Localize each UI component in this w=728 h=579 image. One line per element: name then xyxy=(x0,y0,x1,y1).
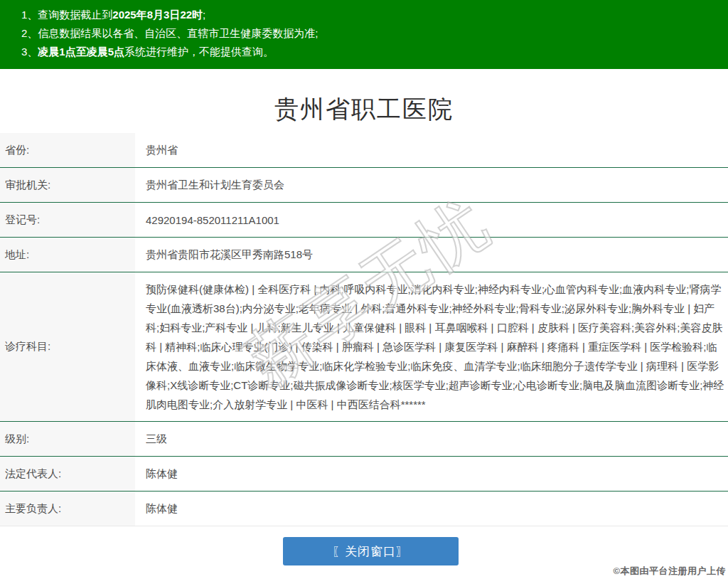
notice-number: 1、 xyxy=(21,9,38,21)
notice-text: 信息数据结果以各省、自治区、直辖市卫生健康委数据为准; xyxy=(38,27,318,39)
row-value: 陈体健 xyxy=(135,457,728,491)
button-bar: 〖关闭窗口〗 xyxy=(6,537,728,565)
table-row-address: 地址: 贵州省贵阳市花溪区甲秀南路518号 xyxy=(0,238,728,272)
table-row-approval-authority: 审批机关: 贵州省卫生和计划生育委员会 xyxy=(0,168,728,203)
table-row-principal: 主要负责人: 陈体健 xyxy=(0,492,728,526)
row-value: 陈体健 xyxy=(135,492,728,526)
row-label: 审批机关: xyxy=(0,168,135,202)
table-row-legal-representative: 法定代表人: 陈体健 xyxy=(0,457,728,492)
row-value: 贵州省卫生和计划生育委员会 xyxy=(135,168,728,202)
table-row-province: 省份: 贵州省 xyxy=(0,133,728,168)
notice-item-2: 2、信息数据结果以各省、自治区、直辖市卫生健康委数据为准; xyxy=(21,24,721,43)
row-value: 贵州省 xyxy=(135,133,728,167)
page-title: 贵州省职工医院 xyxy=(0,95,728,124)
row-label: 主要负责人: xyxy=(0,492,135,526)
notice-text: ; xyxy=(203,9,205,21)
notice-item-3: 3、凌晨1点至凌晨5点系统进行维护，不能提供查询。 xyxy=(21,43,721,61)
notice-bold-text: 凌晨1点至凌晨5点 xyxy=(38,46,124,58)
row-label: 法定代表人: xyxy=(0,457,135,491)
close-window-button[interactable]: 〖关闭窗口〗 xyxy=(283,537,459,565)
notice-number: 3、 xyxy=(21,46,38,58)
row-label: 诊疗科目: xyxy=(0,272,135,421)
row-value: 42920194-852011211A1001 xyxy=(135,203,728,237)
row-value: 预防保健科(健康体检) | 全科医疗科 | 内科;呼吸内科专业;消化内科专业;神… xyxy=(135,272,728,421)
row-value: 三级 xyxy=(135,422,728,456)
row-label: 级别: xyxy=(0,422,135,456)
notice-bold-text: 2025年8月3日22时 xyxy=(112,9,203,21)
notice-text: 系统进行维护，不能提供查询。 xyxy=(124,46,274,58)
info-table: 省份: 贵州省 审批机关: 贵州省卫生和计划生育委员会 登记号: 4292019… xyxy=(0,133,728,526)
row-value: 贵州省贵阳市花溪区甲秀南路518号 xyxy=(135,238,728,272)
table-row-level: 级别: 三级 xyxy=(0,422,728,457)
table-row-departments: 诊疗科目: 预防保健科(健康体检) | 全科医疗科 | 内科;呼吸内科专业;消化… xyxy=(0,272,728,422)
notice-banner: 1、查询数据截止到2025年8月3日22时; 2、信息数据结果以各省、自治区、直… xyxy=(0,0,728,69)
row-label: 地址: xyxy=(0,238,135,272)
table-row-registration-number: 登记号: 42920194-852011211A1001 xyxy=(0,203,728,238)
notice-text: 查询数据截止到 xyxy=(38,9,112,21)
notice-item-1: 1、查询数据截止到2025年8月3日22时; xyxy=(21,6,721,24)
notice-number: 2、 xyxy=(21,27,38,39)
image-credit-watermark: ©本图由平台注册用户上传 xyxy=(613,565,726,578)
row-label: 省份: xyxy=(0,133,135,167)
row-label: 登记号: xyxy=(0,203,135,237)
